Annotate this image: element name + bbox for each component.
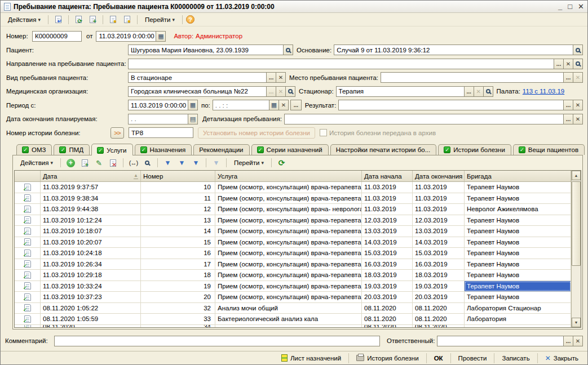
tab-1[interactable]: ✓ОМЗ — [16, 144, 52, 155]
ward-link[interactable]: 113 с 11.03.19 — [523, 88, 564, 95]
result-select-button[interactable]: ... — [564, 100, 573, 110]
cell-team[interactable]: Лаборатория — [465, 314, 571, 324]
post-button[interactable]: Провести — [454, 353, 492, 364]
cell-start[interactable]: 08.11.2020 — [362, 303, 413, 314]
column-header-service[interactable]: Услуга — [215, 171, 362, 181]
referral-clear-button[interactable]: ✕ — [564, 59, 573, 69]
cell-team[interactable]: Невролог Ажикелямова — [465, 204, 571, 215]
cell-icon[interactable]: ✓ — [15, 248, 41, 259]
cell-icon[interactable]: ✓ — [15, 270, 41, 281]
cell-service[interactable]: Анализ мочи общий — [215, 303, 362, 314]
period-from-calendar-button[interactable]: ▦ — [188, 100, 198, 110]
tab-8[interactable]: ✓Истории болезни — [438, 144, 511, 155]
cell-team[interactable]: Терапевт Наумов — [465, 259, 571, 270]
detail-clear-button[interactable]: ✕ — [573, 114, 583, 124]
referral-input[interactable] — [128, 59, 554, 69]
cell-icon[interactable]: ✓ — [15, 237, 41, 248]
cell-start[interactable]: 16.03.2019 — [362, 259, 413, 270]
result-clear-button[interactable]: ✕ — [573, 100, 583, 110]
cell-team[interactable]: Терапевт Наумов — [465, 215, 571, 226]
table-row[interactable]: ✓11.03.2019 9:37:5710Прием (осмотр, конс… — [15, 182, 571, 193]
scroll-thumb[interactable] — [572, 181, 581, 266]
cell-icon[interactable]: ✓ — [15, 182, 41, 193]
cell-start[interactable]: 08.11.2020 — [362, 325, 413, 328]
comment-input[interactable] — [54, 336, 380, 346]
maximize-button[interactable]: □ — [568, 3, 572, 11]
referral-select-button[interactable]: ... — [554, 59, 564, 69]
go-menu-button[interactable]: Перейти ▾ — [141, 15, 179, 25]
planned-end-calendar-button[interactable]: ▤ — [188, 114, 198, 124]
unpost-movements-button[interactable]: ● — [121, 14, 134, 25]
table-row[interactable]: ✓11.03.2019 10:29:1818Прием (осмотр, кон… — [15, 270, 571, 281]
cell-team[interactable]: Терапевт Наумов — [465, 237, 571, 248]
table-actions-menu-button[interactable]: Действия ▾ — [16, 158, 57, 168]
cell-start[interactable]: 14.03.2019 — [362, 237, 413, 248]
cell-number[interactable]: 34 — [141, 325, 215, 328]
cell-date[interactable]: 11.03.2019 10:18:07 — [41, 226, 141, 237]
save-button[interactable]: Записать — [497, 353, 534, 364]
tab-5[interactable]: Рекомендации — [193, 144, 249, 155]
column-header-icon[interactable] — [15, 171, 41, 181]
cell-icon[interactable]: ✓ — [15, 314, 41, 324]
cell-start[interactable]: 11.03.2019 — [362, 193, 413, 204]
cell-end[interactable]: 11.03.2019 — [413, 193, 465, 204]
cell-number[interactable]: 20 — [141, 292, 215, 302]
cell-icon[interactable]: ✓ — [15, 193, 41, 204]
cell-number[interactable]: 18 — [141, 270, 215, 281]
cell-start[interactable]: 19.03.2019 — [362, 281, 413, 292]
column-header-end[interactable]: Дата окончания — [413, 171, 465, 181]
cell-icon[interactable]: ✓ — [15, 303, 41, 314]
cell-date[interactable]: 11.03.2019 10:29:18 — [41, 270, 141, 281]
cell-end[interactable]: 08.11.2020 — [413, 314, 465, 324]
refresh-button[interactable]: ⟳ — [72, 14, 85, 25]
post-movements-button[interactable]: ● — [107, 14, 120, 25]
cell-end[interactable]: 18.03.2019 — [413, 270, 465, 281]
history-number-input[interactable]: ТР8 — [129, 127, 193, 138]
cell-service[interactable]: Прием (осмотр, консультация) врача-терап… — [215, 182, 362, 193]
table-row[interactable]: ✓08.11.2020 1:05:2232Анализ мочи общий08… — [15, 303, 571, 314]
cell-team[interactable]: Терапевт Наумов — [465, 292, 571, 302]
period-from-input[interactable]: 11.03.2019 0:00:00 — [128, 100, 188, 110]
ok-button[interactable]: ОК — [430, 353, 448, 364]
cell-service[interactable]: Прием (осмотр, консультация) врача-терап… — [215, 226, 362, 237]
cell-date[interactable]: 11.03.2019 9:37:57 — [41, 182, 141, 193]
copy-row-button[interactable]: + — [78, 157, 91, 168]
table-row[interactable]: ✓08.11.2020 1:05:5933Бактериологический … — [15, 314, 571, 325]
cell-service[interactable]: Прием (осмотр, консультация) врача- невр… — [215, 204, 362, 215]
cell-date[interactable]: 11.03.2019 10:24:18 — [41, 248, 141, 259]
date-input[interactable]: 11.03.2019 0:00:00 — [96, 31, 156, 42]
actions-menu-button[interactable]: Действия ▾ — [4, 15, 45, 25]
responsible-select-button[interactable]: ... — [564, 336, 573, 346]
cell-number[interactable]: 13 — [141, 215, 215, 226]
period-select-button[interactable]: ... — [290, 100, 302, 110]
table-row[interactable]: ✓11.03.2019 10:20:0715Прием (осмотр, кон… — [15, 237, 571, 248]
cell-number[interactable]: 17 — [141, 259, 215, 270]
cell-number[interactable]: 15 — [141, 237, 215, 248]
reread-button[interactable]: ↵ — [52, 14, 65, 25]
table-row[interactable]: ✓11.03.2019 9:44:3812Прием (осмотр, конс… — [15, 204, 571, 215]
filter-sort-button[interactable]: ▼ — [161, 157, 174, 168]
refresh-table-button[interactable]: ⟳ — [275, 157, 288, 168]
hospital-lookup-button[interactable] — [484, 86, 493, 97]
scroll-track[interactable] — [572, 180, 581, 318]
cell-date[interactable]: 11.03.2019 9:44:38 — [41, 204, 141, 215]
responsible-clear-button[interactable]: ✕ — [573, 336, 583, 346]
column-header-team[interactable]: Бригада — [465, 171, 571, 181]
filter-history-button[interactable]: ▼ — [189, 157, 202, 168]
cell-start[interactable]: 18.03.2019 — [362, 270, 413, 281]
table-row[interactable]: ✓11.03.2019 10:24:1816Прием (осмотр, кон… — [15, 248, 571, 259]
cell-end[interactable]: 20.03.2019 — [413, 292, 465, 302]
cell-service[interactable]: Прием (осмотр, консультация) врача-терап… — [215, 237, 362, 248]
minimize-button[interactable]: _ — [558, 3, 562, 11]
cell-end[interactable]: 16.03.2019 — [413, 259, 465, 270]
cell-icon[interactable]: ✓ — [15, 259, 41, 270]
cell-team[interactable] — [465, 325, 571, 328]
cell-start[interactable]: 15.03.2019 — [362, 248, 413, 259]
cell-team[interactable]: Терапевт Наумов — [465, 226, 571, 237]
patient-input[interactable]: Шугурова Мария Ивановна, 23.09.1939 — [128, 44, 284, 55]
med-org-input[interactable]: Городская клиническая больница №22 — [128, 86, 267, 97]
cell-number[interactable]: 12 — [141, 204, 215, 215]
cell-date[interactable]: 08.11.2020 1:05:59 — [41, 314, 141, 324]
column-header-start[interactable]: Дата начала — [362, 171, 413, 181]
cell-service[interactable]: Прием (осмотр, консультация) врача-терап… — [215, 215, 362, 226]
